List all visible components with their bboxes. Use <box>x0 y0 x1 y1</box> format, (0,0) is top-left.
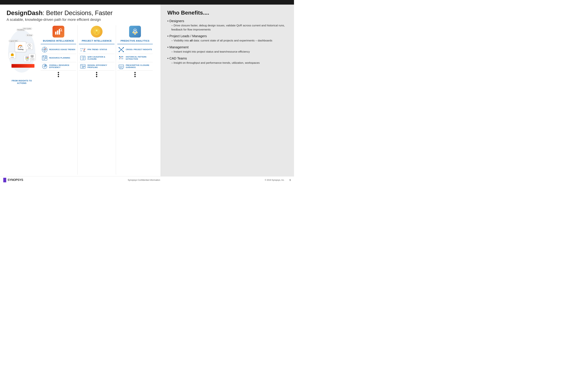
benefit-management: Management Instant insight into project … <box>167 45 287 54</box>
bi-connector <box>58 72 59 77</box>
top-bar <box>0 0 294 5</box>
benefit-cad-teams: CAD Teams Insight on throughput and perf… <box>167 57 287 65</box>
pa-connector <box>134 72 136 77</box>
svg-rect-55 <box>83 57 85 57</box>
svg-line-0 <box>20 46 21 48</box>
power-label: Power <box>10 57 14 58</box>
clock-label: Clock <box>27 48 31 49</box>
overall-resource-icon: $ <box>42 63 48 69</box>
slide-title: DesignDash: Better Decisions, Faster <box>7 9 154 17</box>
bi-dot-2 <box>58 74 59 75</box>
svg-point-74 <box>123 47 124 48</box>
col-project-intelligence: PROJECT INTELLIGENCE P P A <box>78 25 116 175</box>
svg-text:P: P <box>81 48 82 50</box>
svg-rect-37 <box>44 59 45 60</box>
svg-point-83 <box>122 56 123 57</box>
bi-icon-svg <box>54 27 62 36</box>
power-svg <box>10 53 14 57</box>
svg-rect-4 <box>11 54 14 56</box>
pa-feature-3: PRESCRIPTIVE CLOSURE GUIDANCE <box>117 62 153 71</box>
svg-point-31 <box>43 56 44 57</box>
clock-icon-box: Clock <box>26 43 33 50</box>
svg-rect-9 <box>26 57 27 58</box>
bi-feature-2-label: RESOURCE PLANNING <box>49 57 70 59</box>
svg-rect-35 <box>45 58 46 58</box>
footer-copyright: © 2019 Synopsys, Inc. <box>265 179 285 181</box>
ppa-trend-icon: P P A <box>80 47 86 53</box>
design-efficiency-icon <box>80 63 86 69</box>
clock-svg <box>27 44 31 48</box>
svg-point-32 <box>45 56 46 57</box>
svg-rect-88 <box>119 67 122 68</box>
svg-point-82 <box>121 57 121 58</box>
columns-area: BUSINESS INTELLIGENCE <box>39 25 154 175</box>
benefit-leads-sub: Visibility into all data: current state … <box>167 39 287 43</box>
svg-text:$: $ <box>44 66 45 67</box>
left-panel: DesignDash: Better Decisions, Faster A s… <box>0 5 161 176</box>
resource-planning-icon <box>42 55 48 61</box>
footer-confidential: Synopsys Confidential Information <box>128 179 160 181</box>
synopsys-logo-bar <box>3 178 6 182</box>
pi-title: PROJECT INTELLIGENCE <box>82 40 112 42</box>
pi-icon-svg <box>93 28 100 35</box>
area-label: Area <box>25 60 29 61</box>
svg-rect-8 <box>26 57 29 59</box>
svg-text:A: A <box>81 50 82 52</box>
svg-point-70 <box>134 30 136 31</box>
cloud-container: Routability CPU Cycles IR-Drop Logical D… <box>7 27 38 79</box>
pi-feature-3-icon <box>79 63 86 69</box>
cross-project-icon <box>118 47 124 53</box>
svg-rect-12 <box>27 58 28 59</box>
label-ir-drop: IR-Drop <box>26 34 33 36</box>
svg-rect-11 <box>26 58 27 59</box>
bi-feature-2: RESOURCE PLANNING <box>41 54 76 62</box>
svg-rect-16 <box>55 32 56 34</box>
bi-feature-2-icon <box>41 55 48 61</box>
bi-title: BUSINESS INTELLIGENCE <box>43 40 74 42</box>
bi-feature-3-label: OVERALL RESOURCE EFFICIENCY <box>49 64 76 68</box>
synopsys-logo-text: SYNOPSYS <box>8 178 23 182</box>
pi-feature-1-label: PPA TREND / STATUS <box>87 49 107 51</box>
svg-point-76 <box>123 51 124 52</box>
svg-rect-5 <box>12 53 13 54</box>
benefit-cad-heading: CAD Teams <box>167 57 287 60</box>
insights-label: FROM INSIGHTS TO ACTIONS <box>9 80 35 84</box>
pi-dot-2 <box>96 74 97 75</box>
svg-rect-62 <box>82 67 84 68</box>
svg-rect-87 <box>119 66 123 67</box>
compute-svg <box>30 55 34 58</box>
pa-dot-3 <box>134 76 136 77</box>
footer-logo-area: SYNOPSYS <box>3 178 23 182</box>
benefit-designers-heading: Designers <box>167 19 287 23</box>
benefit-designers: Designers Drive closure faster, debug de… <box>167 19 287 32</box>
bi-feature-3: $ OVERALL RESOURCE EFFICIENCY <box>41 62 76 71</box>
svg-point-75 <box>119 51 120 52</box>
resource-usage-icon <box>42 47 48 53</box>
timing-box: Timing <box>15 42 26 52</box>
bi-dot-3 <box>58 76 59 77</box>
qor-causation-icon: ? <box>80 55 86 61</box>
pi-feature-3: DESIGN- EFFICIENCY PROFILING <box>79 62 114 71</box>
slide-subtitle: A scalable, knowledge-driven path for mo… <box>7 17 154 22</box>
pi-dot-3 <box>96 76 97 77</box>
bi-feature-1-icon <box>41 47 48 53</box>
bi-icon <box>52 26 64 38</box>
pa-feature-2-icon <box>118 55 124 61</box>
pi-connector <box>96 72 97 77</box>
power-icon-box: Power <box>9 52 16 59</box>
pa-feature-2-label: HISTORICAL PATTERN EXTRACTION <box>126 56 152 60</box>
pi-divider <box>79 44 114 44</box>
svg-rect-57 <box>83 59 84 59</box>
bi-feature-1-label: RESOURCE USAGE TRENDS <box>49 49 75 51</box>
pi-feature-2: ? QOR CAUSATION & CLOSURE <box>79 54 114 62</box>
svg-rect-34 <box>44 58 45 58</box>
pi-feature-1: P P A PPA TREND / STATUS <box>79 46 114 54</box>
svg-rect-61 <box>82 66 85 67</box>
svg-line-20 <box>61 31 62 31</box>
benefit-mgmt-sub: Instant insight into project status and … <box>167 50 287 54</box>
pa-title: PREDICTIVE ANALYTICS <box>121 40 149 42</box>
diagram-area: Routability CPU Cycles IR-Drop Logical D… <box>7 25 154 175</box>
pa-feature-3-icon <box>118 63 124 69</box>
right-panel: Who Benefits.... Designers Drive closure… <box>161 5 294 176</box>
pa-feature-1: CROSS- PROJECT INSIGHTS <box>117 46 153 54</box>
